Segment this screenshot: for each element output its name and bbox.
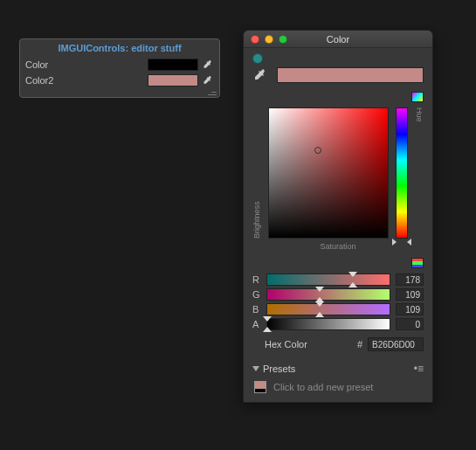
window-title: Color bbox=[244, 34, 432, 45]
slider-label: A bbox=[252, 319, 261, 329]
slider-row-g: G 109 bbox=[252, 288, 424, 301]
color-picker-window: Color Brightness Hue Saturation bbox=[243, 30, 433, 403]
g-slider[interactable] bbox=[266, 288, 390, 301]
original-color-dot[interactable] bbox=[252, 53, 263, 64]
foldout-icon[interactable] bbox=[252, 366, 259, 371]
hue-axis-label: Hue bbox=[415, 107, 424, 239]
slider-label: G bbox=[252, 289, 261, 300]
field-label: Color bbox=[25, 59, 148, 70]
resize-grip-icon[interactable] bbox=[208, 90, 217, 95]
picker-mode-toggle[interactable] bbox=[411, 92, 424, 102]
saturation-axis-label: Saturation bbox=[252, 242, 424, 251]
b-value-input[interactable]: 109 bbox=[396, 303, 424, 315]
inspector-title: IMGUIControls: editor stuff bbox=[20, 39, 219, 57]
a-slider[interactable] bbox=[266, 318, 390, 330]
presets-menu-icon[interactable]: •≡ bbox=[414, 365, 424, 372]
slider-label: R bbox=[252, 274, 261, 285]
slider-row-b: B 109 bbox=[252, 303, 424, 315]
hue-slider[interactable] bbox=[396, 107, 408, 239]
slider-row-r: R 178 bbox=[252, 273, 424, 286]
inspector-row-color: Color bbox=[20, 57, 219, 73]
brightness-axis-label: Brightness bbox=[252, 107, 261, 239]
inspector-panel: IMGUIControls: editor stuff Color Color2 bbox=[19, 38, 220, 98]
color-swatch[interactable] bbox=[148, 74, 198, 87]
g-value-input[interactable]: 109 bbox=[396, 288, 424, 301]
current-color-bar[interactable] bbox=[277, 67, 424, 83]
a-value-input[interactable]: 0 bbox=[396, 318, 424, 330]
b-slider[interactable] bbox=[266, 303, 390, 315]
color-swatch[interactable] bbox=[148, 59, 198, 71]
sv-cursor-icon[interactable] bbox=[314, 147, 321, 154]
eyedropper-icon[interactable] bbox=[202, 74, 214, 87]
r-slider[interactable] bbox=[266, 273, 390, 286]
hex-input[interactable]: B26D6D00 bbox=[368, 337, 424, 351]
slider-row-a: A 0 bbox=[252, 318, 424, 330]
saturation-brightness-field[interactable] bbox=[268, 107, 389, 239]
eyedropper-button[interactable] bbox=[252, 67, 268, 83]
window-titlebar[interactable]: Color bbox=[244, 31, 432, 48]
field-label: Color2 bbox=[25, 75, 148, 86]
slider-label: B bbox=[252, 304, 261, 315]
eyedropper-icon[interactable] bbox=[202, 59, 214, 71]
presets-header[interactable]: Presets bbox=[263, 363, 410, 374]
hex-label: Hex Color bbox=[252, 339, 352, 350]
inspector-row-color2: Color2 bbox=[20, 73, 219, 88]
slider-mode-toggle[interactable] bbox=[411, 258, 424, 268]
add-preset-hint[interactable]: Click to add new preset bbox=[273, 382, 373, 392]
preset-swatch[interactable] bbox=[254, 381, 266, 393]
hash-icon: # bbox=[357, 339, 362, 350]
r-value-input[interactable]: 178 bbox=[396, 273, 424, 286]
